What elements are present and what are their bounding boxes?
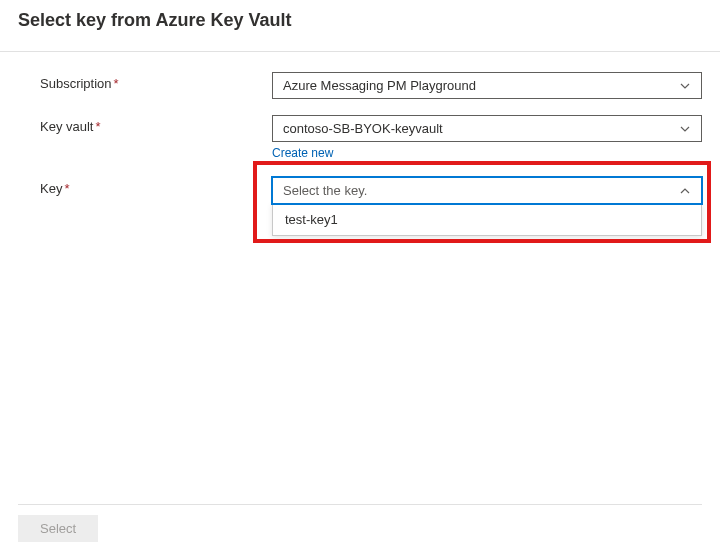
label-keyvault: Key vault* [40, 115, 272, 134]
dropdown-subscription[interactable]: Azure Messaging PM Playground [272, 72, 702, 99]
required-asterisk: * [114, 76, 119, 91]
required-asterisk: * [95, 119, 100, 134]
label-key-text: Key [40, 181, 62, 196]
label-subscription: Subscription* [40, 72, 272, 91]
dropdown-keyvault[interactable]: contoso-SB-BYOK-keyvault [272, 115, 702, 142]
create-new-link[interactable]: Create new [272, 146, 333, 160]
dropdown-key-panel: test-key1 [272, 203, 702, 236]
dropdown-subscription-value: Azure Messaging PM Playground [283, 78, 476, 93]
page-title: Select key from Azure Key Vault [18, 10, 702, 31]
chevron-up-icon [679, 185, 691, 197]
label-keyvault-text: Key vault [40, 119, 93, 134]
required-asterisk: * [64, 181, 69, 196]
dropdown-key-placeholder: Select the key. [283, 183, 367, 198]
footer-divider [18, 504, 702, 505]
dropdown-keyvault-value: contoso-SB-BYOK-keyvault [283, 121, 443, 136]
chevron-down-icon [679, 80, 691, 92]
row-keyvault: Key vault* contoso-SB-BYOK-keyvault Crea… [40, 115, 702, 161]
dropdown-key-option[interactable]: test-key1 [273, 204, 701, 235]
label-subscription-text: Subscription [40, 76, 112, 91]
label-key: Key* [40, 177, 272, 196]
select-button[interactable]: Select [18, 515, 98, 542]
row-subscription: Subscription* Azure Messaging PM Playgro… [40, 72, 702, 99]
dropdown-key[interactable]: Select the key. [272, 177, 702, 204]
row-key: Key* Select the key. test-key1 [40, 177, 702, 236]
chevron-down-icon [679, 123, 691, 135]
